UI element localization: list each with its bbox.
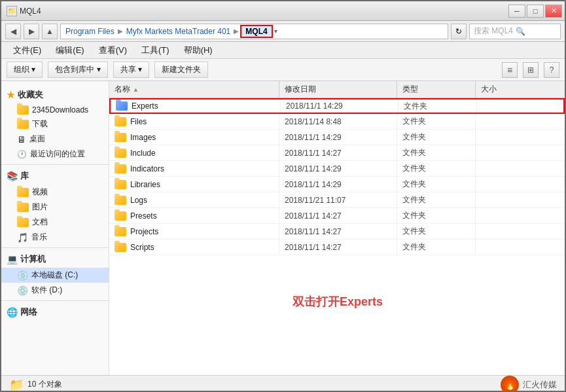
breadcrumb-sep-1: ▶ bbox=[118, 27, 123, 35]
table-row[interactable]: Images2018/11/1 14:29文件夹 bbox=[109, 130, 565, 145]
refresh-button[interactable]: ↻ bbox=[451, 24, 467, 39]
folder-icon bbox=[115, 227, 126, 236]
organize-button[interactable]: 组织 ▾ bbox=[7, 62, 43, 78]
file-size-cell bbox=[476, 130, 565, 145]
file-name-cell: Presets bbox=[109, 208, 279, 223]
view-toggle-button[interactable]: ⊞ bbox=[523, 62, 539, 78]
file-size-cell bbox=[476, 224, 565, 239]
file-name-label: Projects bbox=[130, 227, 158, 236]
file-type-cell: 文件夹 bbox=[397, 240, 476, 255]
folder-icon bbox=[115, 149, 126, 158]
computer-header[interactable]: 💻 计算机 bbox=[1, 251, 109, 268]
file-date-cell: 2018/11/14 8:48 bbox=[279, 114, 397, 129]
search-box[interactable]: 搜索 MQL4 🔍 bbox=[469, 24, 561, 39]
table-row[interactable]: Scripts2018/11/1 14:27文件夹 bbox=[109, 240, 565, 255]
sort-arrow-icon: ▲ bbox=[133, 86, 139, 93]
menu-file[interactable]: 文件(E) bbox=[7, 43, 48, 58]
file-type-cell: 文件夹 bbox=[397, 192, 476, 207]
file-date-cell: 2018/11/1 14:29 bbox=[279, 161, 397, 176]
breadcrumb-sub2[interactable]: MQL4 bbox=[240, 25, 272, 38]
file-type-cell: 文件夹 bbox=[397, 130, 476, 145]
sidebar-item-desktop[interactable]: 🖥 桌面 bbox=[1, 132, 109, 147]
sidebar-item-label: 音乐 bbox=[31, 232, 47, 243]
watermark-text: 汇火传媒 bbox=[523, 379, 557, 391]
sidebar-item-documents[interactable]: 文档 bbox=[1, 215, 109, 230]
sidebar-item-drive-d[interactable]: 💿 软件 (D:) bbox=[1, 283, 109, 298]
breadcrumb-root[interactable]: Program Files bbox=[63, 27, 116, 36]
folder-icon bbox=[17, 188, 29, 197]
minimize-button[interactable]: ─ bbox=[508, 5, 525, 18]
table-row[interactable]: Logs2018/11/21 11:07文件夹 bbox=[109, 192, 565, 208]
recent-icon: 🕐 bbox=[17, 150, 27, 159]
file-name-cell: Libraries bbox=[109, 177, 279, 192]
file-size-cell bbox=[476, 208, 565, 223]
breadcrumb-sep-2: ▶ bbox=[234, 27, 239, 35]
file-type-cell: 文件夹 bbox=[397, 177, 476, 192]
file-list: Experts2018/11/1 14:29文件夹Files2018/11/14… bbox=[109, 98, 565, 375]
maximize-button[interactable]: □ bbox=[527, 5, 544, 18]
folder-icon bbox=[116, 101, 128, 111]
table-row[interactable]: Libraries2018/11/1 14:29文件夹 bbox=[109, 177, 565, 192]
file-type-cell: 文件夹 bbox=[397, 114, 476, 129]
up-button[interactable]: ▲ bbox=[42, 24, 58, 39]
status-folder-icon: 📁 bbox=[9, 378, 24, 392]
table-row[interactable]: Presets2018/11/1 14:27文件夹 bbox=[109, 208, 565, 224]
desktop-icon: 🖥 bbox=[17, 134, 26, 145]
sidebar-item-video[interactable]: 视频 bbox=[1, 185, 109, 200]
computer-icon: 💻 bbox=[7, 254, 18, 264]
menu-bar: 文件(E) 编辑(E) 查看(V) 工具(T) 帮助(H) bbox=[1, 42, 565, 59]
view-mode-button[interactable]: ≡ bbox=[502, 62, 518, 78]
sidebar-item-downloads[interactable]: 2345Downloads bbox=[1, 103, 109, 116]
library-button[interactable]: 包含到库中 ▾ bbox=[48, 62, 107, 78]
menu-view[interactable]: 查看(V) bbox=[92, 43, 133, 58]
back-button[interactable]: ◀ bbox=[5, 24, 21, 39]
disk-icon: 💿 bbox=[17, 270, 28, 281]
new-folder-button[interactable]: 新建文件夹 bbox=[154, 62, 208, 78]
menu-tools[interactable]: 工具(T) bbox=[135, 43, 176, 58]
help-button[interactable]: ? bbox=[544, 62, 559, 78]
breadcrumb-dropdown-icon[interactable]: ▾ bbox=[274, 27, 277, 35]
share-button[interactable]: 共享 ▾ bbox=[113, 62, 149, 78]
col-name-header[interactable]: 名称 ▲ bbox=[109, 81, 279, 98]
table-row[interactable]: Indicators2018/11/1 14:29文件夹 bbox=[109, 161, 565, 177]
col-type-header[interactable]: 类型 bbox=[397, 81, 476, 98]
window-controls[interactable]: ─ □ ✕ bbox=[508, 5, 562, 18]
computer-label: 计算机 bbox=[20, 253, 46, 265]
col-date-header[interactable]: 修改日期 bbox=[279, 81, 397, 98]
network-icon: 🌐 bbox=[7, 307, 18, 317]
toolbar: 组织 ▾ 包含到库中 ▾ 共享 ▾ 新建文件夹 ≡ ⊞ ? bbox=[1, 59, 565, 81]
library-icon: 📚 bbox=[7, 171, 18, 181]
menu-edit[interactable]: 编辑(E) bbox=[49, 43, 90, 58]
menu-help[interactable]: 帮助(H) bbox=[177, 43, 219, 58]
sidebar-item-music[interactable]: 🎵 音乐 bbox=[1, 230, 109, 245]
folder-icon bbox=[17, 203, 29, 212]
file-size-cell bbox=[476, 192, 565, 207]
breadcrumb-sub1[interactable]: Myfx Markets MetaTrader 401 bbox=[124, 27, 233, 36]
table-row[interactable]: Experts2018/11/1 14:29文件夹 bbox=[109, 98, 565, 114]
sidebar-item-label: 最近访问的位置 bbox=[30, 149, 85, 160]
favorites-label: 收藏夹 bbox=[18, 89, 43, 101]
folder-icon bbox=[17, 218, 29, 227]
column-header: 名称 ▲ 修改日期 类型 大小 bbox=[109, 81, 565, 98]
file-size-cell bbox=[476, 240, 565, 255]
file-type-cell: 文件夹 bbox=[397, 208, 476, 223]
file-type-cell: 文件夹 bbox=[398, 99, 477, 113]
sidebar-item-pictures[interactable]: 图片 bbox=[1, 200, 109, 215]
sidebar-item-download2[interactable]: 下载 bbox=[1, 116, 109, 132]
close-button[interactable]: ✕ bbox=[545, 5, 562, 18]
folder-icon bbox=[115, 164, 126, 173]
favorites-header[interactable]: ★ 收藏夹 bbox=[1, 86, 109, 103]
title-bar-left: 📁 MQL4 bbox=[7, 6, 41, 16]
sidebar-item-drive-c[interactable]: 💿 本地磁盘 (C:) bbox=[1, 268, 109, 283]
file-date-cell: 2018/11/1 14:29 bbox=[281, 99, 398, 113]
table-row[interactable]: Include2018/11/1 14:27文件夹 bbox=[109, 145, 565, 161]
table-row[interactable]: Files2018/11/14 8:48文件夹 bbox=[109, 114, 565, 130]
library-header[interactable]: 📚 库 bbox=[1, 168, 109, 185]
sidebar-item-recent[interactable]: 🕐 最近访问的位置 bbox=[1, 147, 109, 162]
col-size-header[interactable]: 大小 bbox=[476, 81, 565, 98]
table-row[interactable]: Projects2018/11/1 14:27文件夹 bbox=[109, 224, 565, 240]
window-icon: 📁 bbox=[7, 6, 17, 16]
forward-button[interactable]: ▶ bbox=[24, 24, 39, 39]
sidebar: ★ 收藏夹 2345Downloads 下载 🖥 桌面 🕐 最近访问的位置 📚 … bbox=[1, 81, 109, 375]
network-header[interactable]: 🌐 网络 bbox=[1, 304, 109, 321]
